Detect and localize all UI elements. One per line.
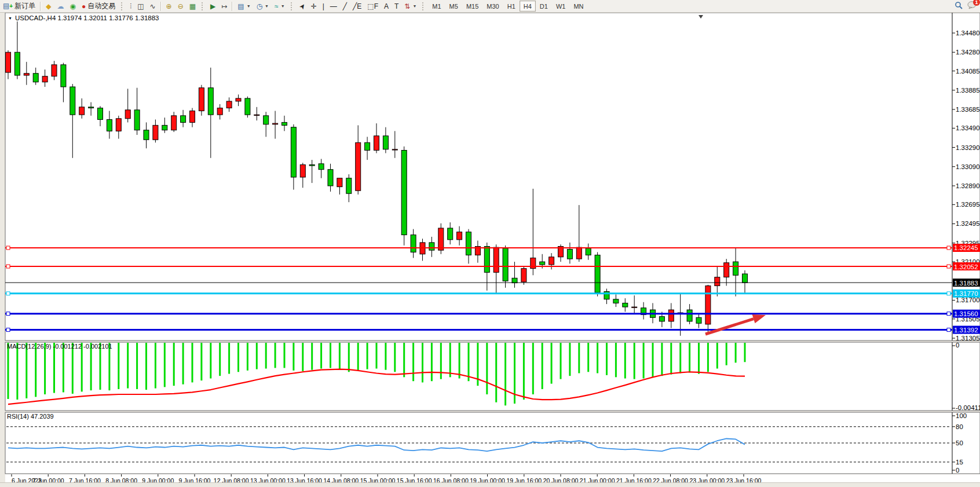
time-tick-label: 15 Jun 16:00 [397, 477, 432, 482]
chat-bubble-icon[interactable]: 1 [967, 1, 977, 11]
line-chart-icon: ∿ [150, 3, 156, 10]
candle-body [540, 262, 545, 265]
text-button[interactable]: A [381, 0, 392, 12]
candle-body [236, 98, 241, 101]
toolbar-group-zoom: ⊕⊖▦ [163, 0, 199, 12]
price-label-text: 1.31770 [954, 290, 978, 297]
bar-chart-button[interactable]: ⫶ [127, 0, 134, 12]
line-handle[interactable] [947, 246, 950, 250]
line-handle[interactable] [6, 292, 10, 295]
price-label-text: 1.32052 [954, 263, 978, 270]
timeframe-button-m5[interactable]: M5 [445, 1, 462, 12]
timeframe-button-mn[interactable]: MN [569, 1, 587, 12]
timeframe-button-m1[interactable]: M1 [428, 1, 445, 12]
profiles-button[interactable]: ◷▼ [254, 0, 272, 12]
tile-windows-button[interactable]: ▦ [187, 0, 199, 12]
publisher-cloud-button[interactable]: ☁ [54, 0, 67, 12]
timeframe-button-h4[interactable]: H4 [520, 1, 536, 12]
time-tick-label: 21 Jun 00:00 [580, 477, 615, 482]
line-handle[interactable] [947, 312, 950, 316]
cursor-button[interactable]: ➤ [297, 0, 308, 12]
price-tick-label: 1.31700 [956, 296, 980, 303]
candle-body [687, 310, 692, 321]
signal-button[interactable]: ◉ [67, 0, 78, 12]
shapes-button[interactable]: ⬚F [364, 0, 381, 12]
styler-button[interactable]: ◆ [43, 0, 54, 12]
horizontal-line-button[interactable]: — [327, 0, 340, 12]
candle-body [392, 149, 397, 150]
time-tick-label: 15 Jun 00:00 [360, 477, 396, 482]
zoom-in-button[interactable]: ⊕ [163, 0, 175, 12]
time-tick-label: 20 Jun 08:00 [543, 477, 579, 482]
chart-shift-button[interactable]: ↦ [218, 0, 230, 12]
new-order-label: 新订单 [14, 1, 35, 11]
candle-body [356, 142, 361, 191]
vertical-line-button[interactable]: | [320, 0, 327, 12]
toolbar-drag-handle [422, 2, 426, 10]
candle-body [134, 110, 140, 130]
auto-scroll-button[interactable]: ▶ [207, 0, 218, 12]
text-label-button[interactable]: T [392, 0, 401, 12]
main-toolbar: ▤+ 新订单 ◆☁◉ ● 自动交易 ⫶◫∿ ⊕⊖▦ ▶↦ ▤▼◷▼≈▼ ➤✛|—… [0, 0, 980, 13]
line-handle[interactable] [947, 265, 950, 268]
macd-axis-max: 0 [956, 342, 959, 349]
line-handle[interactable] [6, 265, 10, 268]
price-label-text: 1.31392 [954, 327, 978, 334]
search-icon[interactable] [955, 1, 963, 11]
candle-body [282, 122, 287, 125]
line-handle[interactable] [6, 328, 10, 332]
time-tick-label: 16 Jun 08:00 [433, 477, 469, 482]
timeframe-button-w1[interactable]: W1 [552, 1, 570, 12]
price-tick-label: 1.33090 [956, 163, 980, 170]
fibonacci-button[interactable]: ╱E [350, 0, 364, 12]
toolbar-right-group: 1 [955, 1, 980, 11]
rsi-axis-label: 80 [956, 423, 963, 430]
timeframe-button-m30[interactable]: M30 [482, 1, 503, 12]
price-label-text: 1.31560 [954, 310, 978, 317]
timeframe-button-h1[interactable]: H1 [503, 1, 520, 12]
indicators-button[interactable]: ≈▼ [272, 0, 288, 12]
line-handle[interactable] [947, 292, 950, 295]
zoom-out-button[interactable]: ⊖ [175, 0, 187, 12]
candle-body [401, 151, 407, 235]
text-label-icon: T [394, 3, 398, 10]
rsi-axis-label: 100 [956, 412, 967, 419]
time-tick-label: 21 Jun 16:00 [616, 477, 652, 482]
time-tick-label: 9 Jun 00:00 [142, 477, 174, 482]
zoom-in-icon: ⊕ [166, 3, 172, 10]
new-order-button[interactable]: ▤+ 新订单 [0, 0, 38, 12]
line-chart-button[interactable]: ∿ [147, 0, 159, 12]
candle-body [190, 111, 195, 122]
candle-body [448, 228, 453, 240]
candle-body [696, 317, 701, 323]
candlestick-chart-button[interactable]: ◫ [134, 0, 147, 12]
arrows-button[interactable]: ⇅▼ [401, 0, 419, 12]
line-handle[interactable] [947, 328, 950, 332]
trendline-button[interactable]: ╱ [340, 0, 350, 12]
line-handle[interactable] [6, 312, 10, 316]
timeframe-button-d1[interactable]: D1 [536, 1, 552, 12]
candle-body [567, 249, 572, 259]
candle-body [733, 262, 738, 275]
price-tick-label: 1.34085 [956, 68, 980, 75]
candlestick-chart-icon: ◫ [137, 3, 144, 10]
new-chart-button[interactable]: ▤▼ [235, 0, 253, 12]
toolbar-group-chart-type: ⫶◫∿ [127, 0, 158, 12]
candle-body [42, 76, 47, 82]
chart-title-group: ▼USDCAD-,H4 1.31974 1.32011 1.31776 1.31… [8, 14, 159, 21]
timeframe-button-m15[interactable]: M15 [462, 1, 482, 12]
toolbar-separator [160, 2, 162, 11]
time-tick-label: 23 Jun 16:00 [726, 477, 762, 482]
candle-body [153, 125, 158, 140]
time-tick-label: 7 Jun 00:00 [32, 477, 64, 482]
candle-body [576, 247, 582, 259]
candle-body [521, 269, 526, 282]
candle-body [264, 116, 269, 125]
auto-scroll-icon: ▶ [210, 3, 215, 10]
crosshair-button[interactable]: ✛ [308, 0, 320, 12]
styler-icon: ◆ [46, 3, 51, 10]
line-handle[interactable] [6, 246, 10, 250]
shapes-icon: ⬚F [367, 3, 378, 10]
crosshair-icon: ✛ [311, 3, 317, 10]
auto-trading-button[interactable]: ● 自动交易 [79, 0, 118, 12]
